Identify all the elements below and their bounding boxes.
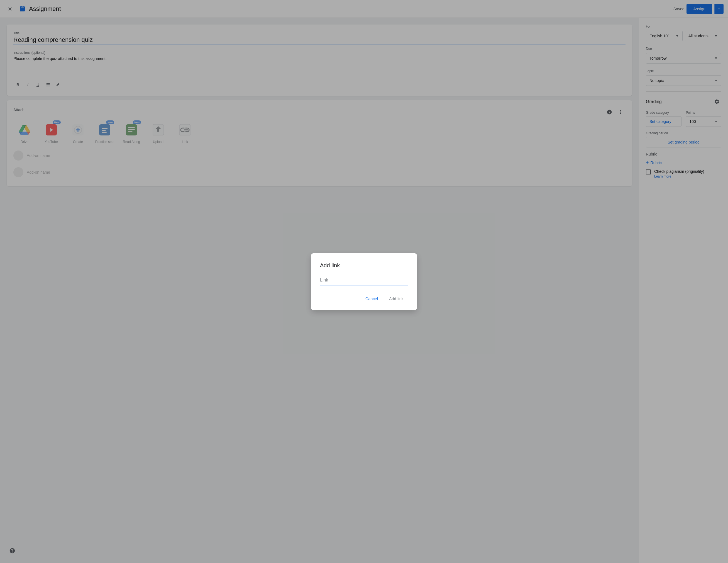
link-input[interactable]	[320, 275, 408, 286]
modal-overlay[interactable]: Add link Cancel Add link	[0, 0, 728, 563]
dialog-title: Add link	[320, 262, 408, 269]
add-link-dialog: Add link Cancel Add link	[311, 253, 417, 310]
add-link-button[interactable]: Add link	[385, 294, 408, 303]
cancel-button[interactable]: Cancel	[361, 294, 382, 303]
dialog-actions: Cancel Add link	[320, 294, 408, 303]
